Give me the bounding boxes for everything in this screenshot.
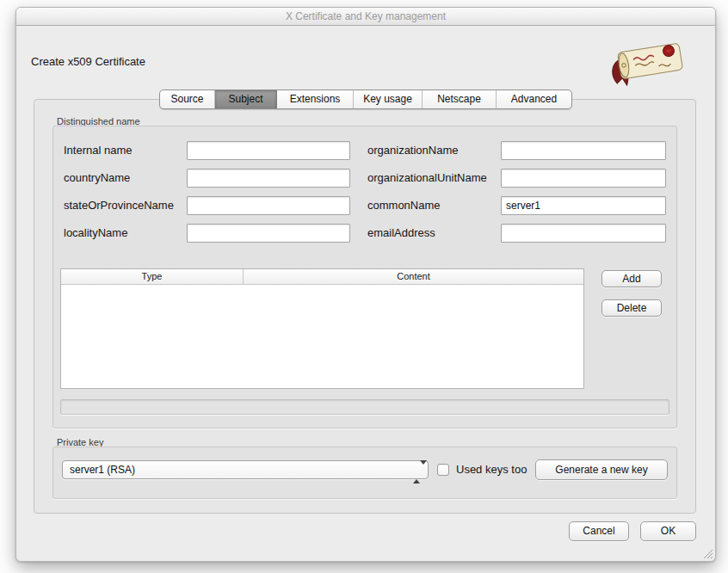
country-name-label: countryName (64, 169, 130, 188)
private-key-select-value: server1 (RSA) (70, 461, 135, 478)
organization-name-label: organizationName (367, 141, 459, 160)
used-keys-checkbox[interactable] (437, 464, 449, 476)
state-or-province-name-input[interactable] (187, 196, 350, 215)
column-header-content[interactable]: Content (244, 269, 583, 284)
page-title: Create x509 Certificate (31, 55, 145, 68)
add-button[interactable]: Add (602, 270, 662, 287)
tab-subject[interactable]: Subject (215, 90, 277, 108)
tab-bar: Source Subject Extensions Key usage Nets… (159, 89, 572, 109)
common-name-input[interactable] (501, 196, 666, 215)
distinguished-name-group: Internal name countryName stateOrProvinc… (52, 126, 677, 428)
email-address-input[interactable] (501, 224, 666, 243)
country-name-input[interactable] (187, 169, 350, 188)
internal-name-input[interactable] (187, 141, 350, 160)
tab-key-usage[interactable]: Key usage (354, 90, 423, 108)
resize-grip[interactable] (701, 547, 713, 558)
tab-netscape[interactable]: Netscape (423, 90, 497, 108)
email-address-label: emailAddress (367, 224, 435, 243)
dn-entry-bar (60, 399, 669, 415)
private-key-select[interactable]: server1 (RSA) (62, 460, 429, 479)
column-header-type[interactable]: Type (61, 269, 244, 284)
dn-entries-table[interactable]: Type Content (60, 268, 584, 389)
generate-new-key-button[interactable]: Generate a new key (535, 459, 668, 480)
tab-extensions[interactable]: Extensions (277, 90, 354, 108)
ok-button[interactable]: OK (640, 521, 696, 541)
dialog-window: X Certificate and Key management Create … (15, 7, 716, 562)
internal-name-label: Internal name (64, 141, 133, 160)
state-or-province-name-label: stateOrProvinceName (64, 196, 174, 215)
organizational-unit-name-input[interactable] (501, 169, 666, 188)
locality-name-input[interactable] (187, 224, 350, 243)
tab-source[interactable]: Source (160, 90, 215, 108)
common-name-label: commonName (367, 196, 441, 215)
desktop-background: X Certificate and Key management Create … (0, 0, 728, 573)
locality-name-label: localityName (64, 224, 127, 243)
private-key-group: server1 (RSA) Used keys too Generate a n… (52, 447, 677, 499)
stepper-icon (413, 465, 421, 476)
organization-name-input[interactable] (501, 141, 666, 160)
tab-advanced[interactable]: Advanced (497, 90, 571, 108)
delete-button[interactable]: Delete (602, 299, 662, 317)
organizational-unit-name-label: organizationalUnitName (367, 169, 487, 188)
window-title: X Certificate and Key management (286, 10, 446, 22)
xca-logo-icon (607, 39, 689, 89)
used-keys-label[interactable]: Used keys too (456, 461, 527, 478)
title-bar[interactable]: X Certificate and Key management (16, 8, 715, 26)
dn-entries-table-header: Type Content (61, 269, 583, 285)
cancel-button[interactable]: Cancel (569, 521, 629, 541)
